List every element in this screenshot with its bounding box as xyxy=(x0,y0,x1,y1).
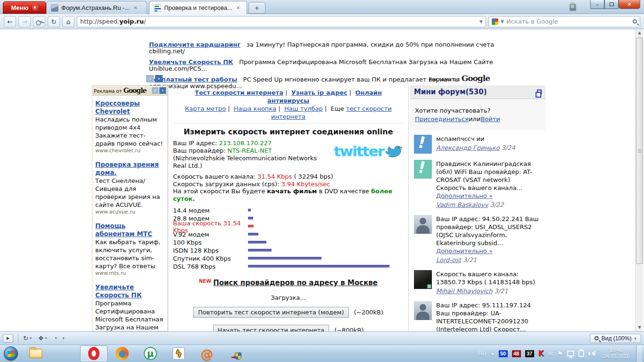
post-author-link[interactable]: Александр Гринько xyxy=(436,144,500,151)
volume-icon[interactable]: ) xyxy=(588,350,596,357)
forum-post: мспампчссч ии Александр Гринько3/24 xyxy=(414,135,542,154)
forum-post: Правдинск Калининградская (обл) WiFi Ваш… xyxy=(414,160,542,209)
opera-link-sync-button[interactable]: ↻▾ xyxy=(23,335,32,342)
url-field[interactable]: http://speed.yoip.ru/ ▼ xyxy=(77,16,486,27)
chart-bar xyxy=(248,265,389,268)
show-desktop-button[interactable] xyxy=(636,345,642,362)
tray-badge[interactable]: 37 xyxy=(525,350,534,357)
provider-note: (Nizhnevolzhskie Telecommunication Netwo… xyxy=(173,155,329,170)
tab-favicon xyxy=(154,4,161,12)
home-button[interactable]: ⌂ xyxy=(62,16,74,27)
close-button[interactable]: ✕ xyxy=(619,0,640,9)
taskbar-app-button[interactable] xyxy=(222,346,249,362)
ad-url: www.acuvue.ru xyxy=(95,209,165,215)
network-icon[interactable] xyxy=(567,351,574,356)
language-indicator[interactable]: RU xyxy=(478,350,486,357)
url-dropdown-icon[interactable]: ▼ xyxy=(479,19,483,24)
chart-row: V.92 модем xyxy=(173,230,404,239)
opera-unite-button[interactable]: ❖▾ xyxy=(38,335,47,342)
clipboard-icon[interactable] xyxy=(578,350,584,357)
ads-next-button[interactable]: › xyxy=(155,75,163,82)
login-link[interactable]: Войти xyxy=(480,115,500,123)
opera-turbo-button[interactable]: ◔▾ xyxy=(54,335,65,342)
flag-icon[interactable]: ⚑ xyxy=(557,351,563,357)
page-scrollbar[interactable]: ▲ ▼ xyxy=(635,29,643,331)
nav-link[interactable]: Карта метро xyxy=(185,105,226,112)
back-button[interactable]: ← xyxy=(4,16,16,27)
tab-forum-astrakhan[interactable]: Форум.Астрахань.Ru -... ✕ xyxy=(46,1,147,14)
clock-time: 19:49 xyxy=(603,347,629,354)
join-link[interactable]: Присоединиться xyxy=(415,115,469,123)
popout-icon[interactable] xyxy=(537,90,542,94)
tab-close-icon[interactable]: ✕ xyxy=(133,5,137,10)
ad-title-link[interactable]: Кроссоверы Chevrolet xyxy=(95,99,140,115)
test-size-label: (~800kB) xyxy=(334,327,363,331)
maximize-button[interactable] xyxy=(604,0,619,9)
sidebar-ads: Реклама от Google ‹ › Кроссоверы Chevrol… xyxy=(92,85,168,331)
reload-button[interactable]: ↻ xyxy=(48,16,60,27)
new-tab-button[interactable]: + xyxy=(248,2,265,14)
zoom-view-button[interactable]: Вид (100%) ▾ xyxy=(590,334,641,343)
nav-link[interactable]: Наша кнопка xyxy=(234,105,276,112)
taskbar-app-button[interactable]: µ xyxy=(137,346,164,362)
speed-comparison-chart: 14.4 модем 28.8 модем Ваша скорость 31.5… xyxy=(173,206,404,271)
ad-title-link[interactable]: Увеличьте Скорость ПК xyxy=(149,58,233,66)
nav-link[interactable]: Тест скорости интернета xyxy=(195,89,283,96)
tab-speed-test[interactable]: Проверка и тестирова... ✕ xyxy=(149,1,247,14)
taskbar-app-button[interactable]: @ xyxy=(193,346,221,362)
twitter-logo[interactable]: twitter xyxy=(334,144,403,158)
chart-bar xyxy=(248,249,272,252)
opera-menu-button[interactable]: Меню ▾ xyxy=(3,1,46,14)
tab-close-icon[interactable]: ✕ xyxy=(236,5,240,10)
taskbar-app-icon xyxy=(228,346,242,361)
mail-icon[interactable]: ✉ xyxy=(548,351,553,357)
tray-badge[interactable]: 50 xyxy=(499,350,508,357)
start-button[interactable] xyxy=(0,345,22,362)
scrollbar-thumb[interactable] xyxy=(636,38,643,264)
password-key-button[interactable] xyxy=(33,16,45,27)
start-test-button[interactable]: Начать тест скорости интернета xyxy=(213,325,329,331)
search-engine-dropdown-icon[interactable]: ▼ xyxy=(501,19,504,24)
ad-title-link[interactable]: Помощь абонентам МТС xyxy=(95,222,152,238)
google-ads-attribution[interactable]: Реклама от Google xyxy=(429,74,490,83)
taskbar-app-button[interactable] xyxy=(80,346,107,362)
scroll-up-icon[interactable]: ▲ xyxy=(636,29,643,37)
avatar xyxy=(414,301,432,320)
sidebar-ads-next-button[interactable]: › xyxy=(159,87,166,94)
kaspersky-icon[interactable]: K xyxy=(538,349,544,358)
panels-toggle-button[interactable]: ▶ xyxy=(3,334,13,343)
system-tray: RU ▲ 50 48 37 K ✉ ⚑ ) 19:49 24.03.2011 xyxy=(478,345,644,362)
minimize-button[interactable]: – xyxy=(590,0,604,9)
ad-text: Насладись полным приводом 4x4 Закажите т… xyxy=(95,115,165,148)
scroll-down-icon[interactable]: ▼ xyxy=(636,324,643,331)
nav-link[interactable]: Узнать ip адрес xyxy=(291,89,347,96)
post-more-link[interactable]: Дополнительно » xyxy=(436,192,493,199)
tray-badge[interactable]: 48 xyxy=(512,350,521,357)
tab-title: Форум.Астрахань.Ru -... xyxy=(61,4,130,11)
ad-url: www.mts.ru xyxy=(95,270,165,276)
forward-button[interactable]: → xyxy=(18,16,31,27)
nav-link[interactable]: Наш тулбар xyxy=(284,105,323,112)
ads-prev-button[interactable]: ‹ xyxy=(146,75,154,82)
post-more-link[interactable]: Дополнительно » xyxy=(436,247,493,255)
provider-search-link[interactable]: Поиск провайдеров по адресу в Москве xyxy=(213,279,378,287)
post-author-link[interactable]: Lord-ost xyxy=(436,256,461,263)
post-author-link[interactable]: Vadim Baskalovv xyxy=(436,201,488,208)
taskbar-app-button[interactable] xyxy=(108,346,136,362)
taskbar-app-button[interactable] xyxy=(22,346,50,362)
ad-title-link[interactable]: Проверка зрения дома. xyxy=(95,161,159,176)
sidebar-ads-prev-button[interactable]: ‹ xyxy=(152,87,158,94)
ad-title-link[interactable]: Подключите кардшаринг xyxy=(149,41,240,48)
nav-more-label: Еще xyxy=(330,105,346,112)
post-author-link[interactable]: Mihail Mihaylovich xyxy=(436,288,492,295)
taskbar-clock[interactable]: 19:49 24.03.2011 xyxy=(601,347,632,360)
tab-favicon xyxy=(51,4,58,12)
start-test-button[interactable]: Повторить тест скорости интернета (модем… xyxy=(193,307,349,318)
taskbar-app-button[interactable]: ϟ xyxy=(165,346,192,362)
search-icon[interactable] xyxy=(633,19,637,24)
closed-tabs-trash-button[interactable] xyxy=(567,1,579,13)
test-size-label: (~200kB) xyxy=(354,309,383,316)
search-field[interactable]: ▼ Искать в Google xyxy=(488,16,640,27)
ad-title-link[interactable]: Увеличьте Скорость ПК xyxy=(95,283,142,299)
tray-expand-icon[interactable]: ▲ xyxy=(491,352,495,356)
